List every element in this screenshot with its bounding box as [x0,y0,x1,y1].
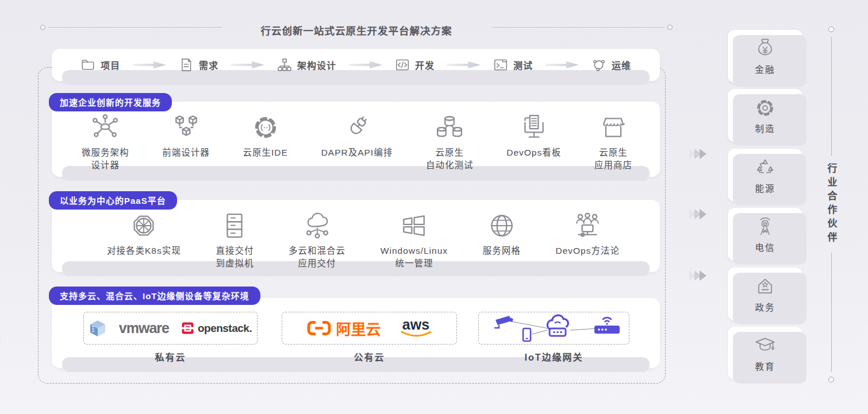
feature-label: 云原生IDE [243,146,288,159]
feature-frontend-designer: 前端设计器 [162,113,210,159]
feature-label: 微服务架构 [82,146,129,159]
decor-line-right [492,27,665,28]
openstack-text: openstack. [198,322,252,335]
workflow-bar: 项目 需求 架构设计 开发 测试 运维 [52,49,660,81]
industry-card-education: 教育 [728,327,802,380]
feature-devops-board: DevOps看板 [506,113,561,159]
flow-arrow-icon [546,61,579,69]
section-badge-dev-services: 加速企业创新的开发服务 [49,93,172,111]
folder-icon [80,57,95,72]
aws-smile-icon [401,331,432,339]
openstack-icon [182,322,194,334]
feature-devops-methodology: DevOps方法论 [555,211,620,257]
feature-win-linux: Windows/Linux 统一管理 [381,211,448,270]
title-row: 行云创新一站式云原生开发平台解决方案 [40,23,673,34]
graduation-cap-icon [754,335,776,357]
recycle-icon [754,157,776,179]
section-paas: 对接各类K8s实现 直接交付 到虚拟机 多云和混合云 应用交付 Windows/… [52,200,660,272]
feature-k8s: 对接各类K8s实现 [107,211,181,257]
feature-dapr-api: DAPR及API编排 [321,113,393,159]
rail-line-top [831,37,832,156]
industry-label: 能源 [755,181,775,194]
feature-multicloud-delivery: 多云和混合云 应用交付 [289,211,345,270]
section-environments: vmware openstack. 私有云 阿里云 aws 公有云 [52,298,660,368]
feature-label: DAPR及API编排 [321,146,393,159]
feature-label-line2: 统一管理 [395,257,433,270]
feature-label: 前端设计器 [162,146,210,159]
rail-line-bottom [831,253,832,372]
flow-arrow-icon [447,61,481,69]
workflow-step-label: 运维 [612,58,631,72]
workflow-step-project: 项目 [80,57,120,72]
feature-app-store: 云原生 应用商店 [594,113,632,172]
database-cluster-icon [435,113,464,142]
workflow-step-requirements: 需求 [179,57,218,72]
industry-card-finance: 金融 [728,30,802,83]
storefront-icon [599,113,628,142]
workflow-step-testing: 测试 [493,57,533,72]
team-icon [573,211,602,240]
feature-service-mesh: 服务网格 [483,211,521,257]
router-icon [594,318,620,334]
feature-label-line2: 应用商店 [594,159,632,172]
feature-label: DevOps看板 [506,146,561,159]
env-public-cloud: 阿里云 aws 公有云 [282,312,457,363]
decor-circle-right [667,25,673,30]
feature-label: Windows/Linux [381,245,448,257]
env-iot-gateway: IoT边缘网关 [478,312,629,363]
feature-label-line2: 自动化测试 [426,159,474,172]
feature-cloud-native-ide: 云原生IDE [243,113,288,159]
flow-arrow-icon [349,61,382,69]
industry-label: 电信 [755,241,775,253]
industry-card-telecom: 电信 [728,208,802,261]
vmware-logo: vmware [119,320,169,336]
openstack-logo: openstack. [182,322,252,335]
monitor-report-icon [520,113,548,142]
server-icon [220,211,249,240]
cubes-icon [172,113,201,142]
feature-label-line2: 应用交付 [298,257,336,270]
feature-label: 多云和混合云 [289,245,345,257]
iot-devices-icon [486,314,622,343]
gear-code-icon [251,113,280,142]
cube-icon [89,320,106,337]
decor-circle-left [40,25,45,30]
cloud-gateway-icon [547,315,568,336]
chevrons-icon [691,149,706,159]
plug-icon [343,113,371,142]
industry-card-manufacturing: 制造 [728,89,802,142]
section-badge-paas: 以业务为中心的PaaS平台 [49,191,177,210]
money-bag-icon [754,38,776,60]
env-label: 私有云 [155,350,186,363]
workflow-step-architecture: 架构设计 [277,57,336,72]
government-icon [754,276,776,297]
industry-label: 教育 [755,359,775,372]
solution-diagram: 行云创新一站式云原生开发平台解决方案 项目 需求 架构设计 开发 测试 [0,0,868,414]
k8s-wheel-icon [129,211,158,240]
industry-card-government: 政务 [728,268,802,320]
cloud-network-icon [303,211,332,240]
rail-circle-bottom [828,377,834,382]
feature-vm-delivery: 直接交付 到虚拟机 [216,211,254,270]
gear-icon [754,97,776,119]
industry-label: 金融 [755,63,775,75]
globe-icon [487,211,516,240]
aws-logo: aws [401,318,432,339]
smartphone-icon [523,328,531,341]
chevrons-icon [691,209,706,219]
env-private-cloud: vmware openstack. 私有云 [83,312,258,363]
industry-label: 制造 [755,122,775,134]
code-window-icon [395,57,410,72]
section-dev-services: 微服务架构 设计器 前端设计器 云原生IDE DAPR及API编排 云原生 自动… [52,102,660,177]
aliyun-logo: 阿里云 [307,318,381,339]
workflow-step-label: 项目 [101,58,120,72]
chevrons-icon [691,270,706,281]
page-title: 行云创新一站式云原生开发平台解决方案 [230,23,483,37]
private-cloud-box: vmware openstack. [83,312,258,345]
windows-icon [400,211,428,240]
partner-rail: 行业合作伙伴 [825,26,837,382]
workflow-step-label: 测试 [513,58,533,72]
feature-label: DevOps方法论 [555,245,620,257]
env-label: 公有云 [354,350,385,363]
workflow-step-development: 开发 [395,57,435,72]
